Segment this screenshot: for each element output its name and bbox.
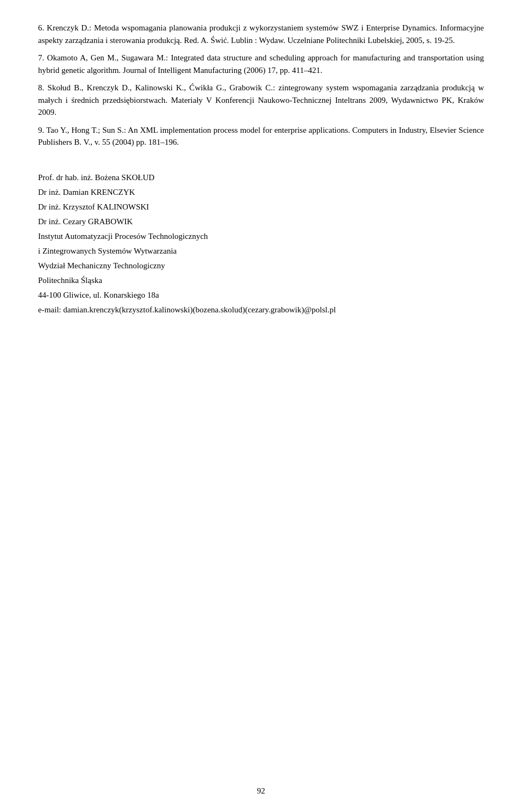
author-line-1: Prof. dr hab. inż. Bożena SKOŁUD — [38, 170, 484, 185]
author-line-4: Dr inż. Cezary GRABOWIK — [38, 214, 484, 229]
reference-item-6: 6. Krenczyk D.: Metoda wspomagania plano… — [38, 22, 484, 46]
reference-7-text: 7. Okamoto A, Gen M., Sugawara M.: Integ… — [38, 53, 484, 75]
reference-item-7: 7. Okamoto A, Gen M., Sugawara M.: Integ… — [38, 52, 484, 76]
reference-9-text: 9. Tao Y., Hong T.; Sun S.: An XML imple… — [38, 126, 484, 147]
reference-6-text: 6. Krenczyk D.: Metoda wspomagania plano… — [38, 23, 484, 45]
author-line-3: Dr inż. Krzysztof KALINOWSKI — [38, 200, 484, 214]
content-area: 6. Krenczyk D.: Metoda wspomagania plano… — [38, 22, 484, 317]
reference-item-8: 8. Skołud B., Krenczyk D., Kalinowski K.… — [38, 82, 484, 119]
reference-item-9: 9. Tao Y., Hong T.; Sun S.: An XML imple… — [38, 124, 484, 149]
page-number: 92 — [257, 786, 265, 796]
authors-section: Prof. dr hab. inż. Bożena SKOŁUD Dr inż.… — [38, 170, 484, 317]
institution-line-5: 44-100 Gliwice, ul. Konarskiego 18a — [38, 288, 484, 303]
page-container: 6. Krenczyk D.: Metoda wspomagania plano… — [0, 0, 522, 812]
institution-line-2: i Zintegrowanych Systemów Wytwarzania — [38, 244, 484, 259]
institution-line-4: Politechnika Śląska — [38, 273, 484, 288]
institution-line-3: Wydział Mechaniczny Technologiczny — [38, 259, 484, 273]
author-line-2: Dr inż. Damian KRENCZYK — [38, 185, 484, 200]
institution-line-1: Instytut Automatyzacji Procesów Technolo… — [38, 229, 484, 244]
reference-8-text: 8. Skołud B., Krenczyk D., Kalinowski K.… — [38, 83, 484, 116]
email-line: e-mail: damian.krenczyk(krzysztof.kalino… — [38, 303, 484, 317]
